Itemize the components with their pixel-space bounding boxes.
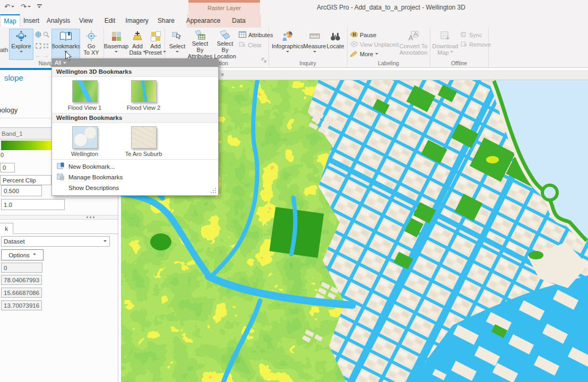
caret-down-icon: [286, 51, 289, 54]
bookmark-wellington[interactable]: Wellington: [59, 126, 110, 157]
pane-layer-title: slope: [4, 73, 23, 82]
measure-label: Measure: [304, 43, 326, 49]
view-unplaced-button[interactable]: View Unplaced: [350, 40, 399, 49]
stat-field-2[interactable]: 15.66687086: [1, 288, 42, 298]
max-percent-field[interactable]: 1.0: [1, 199, 65, 210]
undo-button[interactable]: ↶: [4, 3, 14, 11]
more-labeling-button[interactable]: More: [350, 50, 378, 58]
zoom-tool-icon[interactable]: [43, 30, 49, 40]
customize-icon: [37, 4, 42, 5]
value-field-zero[interactable]: 0: [0, 163, 15, 172]
select-label: Select: [169, 43, 186, 49]
bookmarks-row: Flood View 1 Flood View 2: [52, 77, 218, 113]
redo-button[interactable]: ↷: [21, 3, 31, 11]
add-preset-label-2: Preset: [145, 49, 162, 56]
customize-toolbar-button[interactable]: [37, 4, 42, 10]
stat-field-1[interactable]: 78.04067993: [1, 275, 42, 285]
bookmark-thumbnail: [72, 126, 98, 149]
show-descriptions-menu-item[interactable]: Show Descriptions: [52, 183, 218, 193]
resize-grip-icon[interactable]: [215, 192, 216, 193]
title-bar: ↶ ↷ Raster Layer ArcGIS Pro - Add_data_t…: [0, 0, 588, 14]
bookmarks-section-header: Wellington 3D Bookmarks: [52, 67, 218, 77]
mouse-cursor: [65, 51, 73, 64]
bookmark-label: Flood View 1: [68, 105, 101, 111]
infographics-label: Infographics: [272, 43, 304, 49]
fixed-zoom-in-icon[interactable]: [36, 41, 41, 51]
bookmark-flood-view-2[interactable]: Flood View 2: [118, 80, 169, 111]
basemap-button[interactable]: Basemap: [105, 29, 128, 59]
bookmarks-row: Wellington Te Aro Suburb: [52, 123, 218, 159]
bookmarks-dropdown: All Wellington 3D Bookmarks Flood View 1…: [51, 58, 219, 196]
tab-imagery[interactable]: Imagery: [121, 14, 153, 27]
basemap-label: Basemap: [104, 43, 128, 49]
tab-insert[interactable]: Insert: [20, 14, 42, 27]
tab-appearance[interactable]: Appearance: [187, 14, 220, 27]
contextual-group-label: Raster Layer: [188, 5, 260, 11]
previous-extent-icon[interactable]: ←: [35, 53, 41, 58]
stat-field-0[interactable]: 0: [1, 263, 42, 273]
bookmark-label: Flood View 2: [127, 105, 160, 111]
download-map-label-2: Map: [437, 49, 448, 56]
bookmarks-filter-bar[interactable]: All: [51, 58, 219, 67]
attributes-button[interactable]: Attributes: [239, 31, 273, 39]
next-extent-icon[interactable]: →: [43, 53, 49, 58]
contextual-accent-strip: [188, 0, 260, 3]
remove-label: Remove: [469, 41, 491, 48]
explore-button[interactable]: Explore: [10, 29, 33, 59]
remove-button[interactable]: Remove: [461, 40, 491, 49]
locate-button[interactable]: Locate: [326, 29, 345, 59]
dataset-select[interactable]: Dataset: [1, 236, 110, 247]
tab-baseline: [13, 233, 118, 234]
clear-button[interactable]: Clear: [239, 41, 262, 49]
arcgis-pro-window: ↶ ↷ Raster Layer ArcGIS Pro - Add_data_t…: [0, 0, 588, 382]
pane-splitter[interactable]: [0, 215, 118, 220]
caret-down-icon: [115, 51, 118, 54]
band-field[interactable]: Band_1: [0, 127, 57, 140]
group-label-offline: Offline: [430, 60, 488, 66]
add-data-button[interactable]: Add Data: [129, 29, 146, 59]
new-bookmark-icon: [57, 162, 64, 171]
tab-data[interactable]: Data: [227, 14, 250, 27]
sync-button[interactable]: Sync: [461, 31, 482, 39]
add-data-label-1: Add: [132, 43, 143, 49]
min-percent-field[interactable]: 0.500: [1, 185, 42, 196]
infographics-icon: [282, 29, 293, 43]
stretch-type-select[interactable]: Percent Clip: [0, 175, 51, 185]
stat-field-3[interactable]: 13.70073916: [1, 300, 42, 310]
select-by-attributes-button[interactable]: Select By Attributes: [188, 29, 212, 59]
caret-down-icon: [33, 254, 36, 257]
infographics-button[interactable]: Infographics: [273, 29, 302, 59]
manage-bookmarks-menu-item[interactable]: Manage Bookmarks: [52, 172, 218, 183]
options-button[interactable]: Options: [1, 249, 44, 261]
quick-access-toolbar: ↶ ↷: [4, 3, 42, 11]
ribbon-group-labeling: Pause View Unplaced More Convert To Anno…: [347, 28, 430, 67]
bookmarks-dropdown-body: Wellington 3D Bookmarks Flood View 1 Flo…: [51, 67, 219, 196]
add-preset-button[interactable]: Add Preset: [147, 29, 164, 59]
view-unplaced-label: View Unplaced: [360, 41, 399, 48]
caret-down-icon: [450, 51, 453, 54]
select-button[interactable]: Select: [168, 29, 187, 59]
tab-map[interactable]: Map: [0, 14, 20, 27]
tab-edit[interactable]: Edit: [99, 14, 121, 27]
explore-label: Explore: [11, 43, 31, 49]
close-view-icon[interactable]: ×: [219, 71, 226, 79]
new-bookmark-label: New Bookmark...: [68, 163, 115, 170]
download-map-button[interactable]: Download Map: [432, 29, 459, 59]
full-extent-icon[interactable]: [35, 30, 41, 40]
new-bookmark-menu-item[interactable]: New Bookmark...: [52, 161, 218, 172]
navigation-tool-cluster: ← →: [33, 30, 51, 58]
select-by-location-button[interactable]: Select By Location: [213, 29, 237, 59]
pause-labeling-button[interactable]: Pause: [350, 31, 376, 39]
convert-to-annotation-button[interactable]: Convert To Annotation: [398, 29, 429, 59]
mask-tab[interactable]: k: [0, 223, 13, 233]
tab-share[interactable]: Share: [155, 14, 177, 27]
bookmark-flood-view-1[interactable]: Flood View 1: [59, 80, 110, 111]
fixed-zoom-out-icon[interactable]: [43, 41, 49, 51]
tab-analysis[interactable]: Analysis: [44, 14, 73, 27]
measure-button[interactable]: Measure: [304, 29, 326, 59]
go-to-xy-button[interactable]: Go To XY: [81, 29, 102, 59]
tab-view[interactable]: View: [74, 14, 98, 27]
bookmark-te-aro-suburb[interactable]: Te Aro Suburb: [118, 126, 169, 157]
color-ramp[interactable]: [1, 141, 51, 150]
window-title: ArcGIS Pro - Add_data_to_a_project - Wel…: [317, 4, 465, 11]
